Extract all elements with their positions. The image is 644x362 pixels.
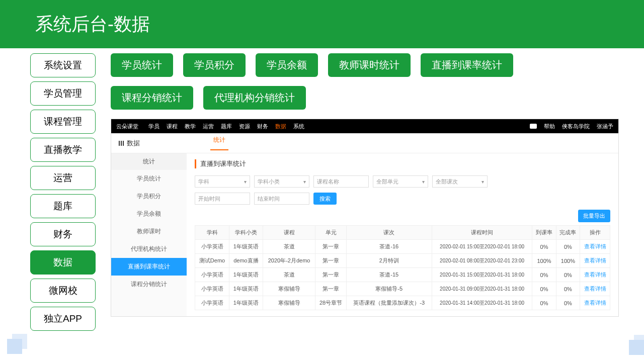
filter-course-name[interactable]: 课程名称 bbox=[313, 175, 369, 188]
page-title: 系统后台-数据 bbox=[35, 12, 150, 37]
table-row: 小学英语1年级英语寒假辅导28号章节英语课程（批量添加课次）-32020-01-… bbox=[195, 296, 610, 310]
category-pill[interactable]: 代理机构分销统计 bbox=[203, 86, 306, 110]
section-title: 直播到课率统计 bbox=[195, 159, 610, 168]
filter-start-time[interactable]: 开始时间 bbox=[195, 193, 250, 205]
table-cell: 1年级英语 bbox=[229, 268, 263, 282]
table-cell[interactable]: 查看详情 bbox=[580, 296, 610, 310]
page-header: 系统后台-数据 bbox=[0, 0, 644, 48]
table-cell: 2月特训 bbox=[346, 254, 432, 268]
table-cell: 茶道 bbox=[263, 240, 315, 254]
table-cell: 2020-01-31 14:00至2020-01-31 18:00 bbox=[432, 296, 532, 310]
table-cell: 0% bbox=[556, 268, 580, 282]
subheader-label: 数据 bbox=[119, 139, 140, 148]
category-pill[interactable]: 教师课时统计 bbox=[328, 53, 411, 77]
sidebar-item[interactable]: 代理机构统计 bbox=[111, 240, 187, 258]
table-cell[interactable]: 查看详情 bbox=[580, 268, 610, 282]
help-link[interactable]: 帮助 bbox=[544, 123, 555, 130]
table-cell[interactable]: 查看详情 bbox=[580, 282, 610, 296]
table-cell: 2020-02-01 08:00至2020-02-01 23:00 bbox=[432, 254, 532, 268]
category-pill[interactable]: 学员余额 bbox=[256, 53, 318, 77]
topbar-menu-item[interactable]: 学员 bbox=[148, 123, 159, 130]
pill-row-1: 学员统计学员积分学员余额教师课时统计直播到课率统计 bbox=[111, 53, 644, 77]
table-header: 课程 bbox=[263, 226, 315, 240]
table-cell: 第一章 bbox=[315, 282, 346, 296]
topbar-menu-item[interactable]: 数据 bbox=[275, 123, 286, 130]
left-nav-item[interactable]: 数据 bbox=[30, 250, 96, 275]
table-header: 学科 bbox=[195, 226, 229, 240]
left-nav-item[interactable]: 课程管理 bbox=[30, 110, 96, 134]
table-header: 学科小类 bbox=[229, 226, 263, 240]
school-name: 侠客岛学院 bbox=[562, 123, 590, 130]
table-cell: 英语课程（批量添加课次）-3 bbox=[346, 296, 432, 310]
table-cell: 0% bbox=[532, 282, 556, 296]
category-pill[interactable]: 学员积分 bbox=[183, 53, 246, 77]
export-button[interactable]: 批量导出 bbox=[578, 210, 610, 222]
topbar: 云朵课堂 学员课程教学运营题库资源财务数据系统 帮助 侠客岛学院 张涵予 bbox=[111, 119, 618, 133]
filter-lesson[interactable]: 全部课次 bbox=[432, 175, 488, 188]
table-cell[interactable]: 查看详情 bbox=[580, 254, 610, 268]
topbar-menu-item[interactable]: 系统 bbox=[293, 123, 304, 130]
decoration bbox=[629, 340, 644, 355]
left-nav-item[interactable]: 财务 bbox=[30, 222, 96, 246]
subheader: 数据 统计 bbox=[111, 133, 618, 153]
category-pill[interactable]: 直播到课率统计 bbox=[421, 53, 513, 77]
left-nav-item[interactable]: 系统设置 bbox=[30, 53, 96, 77]
subheader-tab[interactable]: 统计 bbox=[210, 136, 228, 150]
filter-row-2: 开始时间 结束时间 搜索 bbox=[195, 193, 610, 205]
sidebar-item[interactable]: 教师课时 bbox=[111, 223, 187, 240]
left-nav-item[interactable]: 题库 bbox=[30, 194, 96, 218]
category-pill[interactable]: 课程分销统计 bbox=[111, 86, 193, 110]
sidebar-item[interactable]: 学员统计 bbox=[111, 170, 187, 188]
pill-row-2: 课程分销统计代理机构分销统计 bbox=[111, 86, 644, 110]
table-header: 到课率 bbox=[532, 226, 556, 240]
table-cell: 寒假辅导-5 bbox=[346, 282, 432, 296]
table-cell: 1年级英语 bbox=[229, 240, 263, 254]
category-pill[interactable]: 学员统计 bbox=[111, 53, 173, 77]
sidebar-item[interactable]: 直播到课率统计 bbox=[111, 258, 187, 276]
decoration bbox=[7, 339, 22, 354]
table-cell: 28号章节 bbox=[315, 296, 346, 310]
left-nav-item[interactable]: 微网校 bbox=[30, 279, 96, 303]
topbar-menu-item[interactable]: 运营 bbox=[203, 123, 214, 130]
table-cell: 0% bbox=[556, 282, 580, 296]
sidebar-heading: 统计 bbox=[111, 153, 187, 170]
search-button[interactable]: 搜索 bbox=[313, 193, 337, 205]
mail-icon[interactable] bbox=[530, 124, 537, 129]
topbar-menu-item[interactable]: 资源 bbox=[239, 123, 250, 130]
left-nav: 系统设置学员管理课程管理直播教学运营题库财务数据微网校独立APP bbox=[30, 53, 96, 331]
table-row: 小学英语1年级英语寒假辅导第一章寒假辅导-52020-01-31 09:00至2… bbox=[195, 282, 610, 296]
table-row: 小学英语1年级英语茶道第一章茶道-152020-01-31 15:00至2020… bbox=[195, 268, 610, 282]
left-nav-item[interactable]: 独立APP bbox=[30, 307, 96, 331]
table-cell[interactable]: 查看详情 bbox=[580, 240, 610, 254]
table-cell: 0% bbox=[532, 296, 556, 310]
table-header: 课次 bbox=[346, 226, 432, 240]
table-cell: 1年级英语 bbox=[229, 282, 263, 296]
sidebar-item[interactable]: 学员余额 bbox=[111, 205, 187, 223]
table-cell: 1年级英语 bbox=[229, 296, 263, 310]
left-nav-item[interactable]: 学员管理 bbox=[30, 81, 96, 106]
topbar-menu-item[interactable]: 题库 bbox=[221, 123, 232, 130]
filter-subcategory[interactable]: 学科小类 bbox=[254, 175, 309, 188]
sidebar-item[interactable]: 课程分销统计 bbox=[111, 276, 187, 293]
table-cell: 小学英语 bbox=[195, 282, 229, 296]
table-cell: 寒假辅导 bbox=[263, 282, 315, 296]
table-header: 操作 bbox=[580, 226, 610, 240]
sidebar-item[interactable]: 学员积分 bbox=[111, 188, 187, 205]
table-header: 完成率 bbox=[556, 226, 580, 240]
table-cell: 2020-02-01 15:00至2020-02-01 18:00 bbox=[432, 240, 532, 254]
table-cell: 2020年-2月demo bbox=[263, 254, 315, 268]
left-nav-item[interactable]: 运营 bbox=[30, 166, 96, 190]
topbar-menu-item[interactable]: 课程 bbox=[167, 123, 178, 130]
left-nav-item[interactable]: 直播教学 bbox=[30, 138, 96, 162]
topbar-menu-item[interactable]: 教学 bbox=[185, 123, 196, 130]
filter-subject[interactable]: 学科 bbox=[195, 175, 250, 188]
topbar-menu: 学员课程教学运营题库资源财务数据系统 bbox=[148, 123, 304, 130]
table-cell: 0% bbox=[556, 296, 580, 310]
user-name[interactable]: 张涵予 bbox=[597, 123, 613, 130]
topbar-menu-item[interactable]: 财务 bbox=[257, 123, 268, 130]
table-cell: 茶道-16 bbox=[346, 240, 432, 254]
table-cell: 测试Demo bbox=[195, 254, 229, 268]
filter-end-time[interactable]: 结束时间 bbox=[254, 193, 309, 205]
filter-unit[interactable]: 全部单元 bbox=[373, 175, 428, 188]
table-header: 单元 bbox=[315, 226, 346, 240]
